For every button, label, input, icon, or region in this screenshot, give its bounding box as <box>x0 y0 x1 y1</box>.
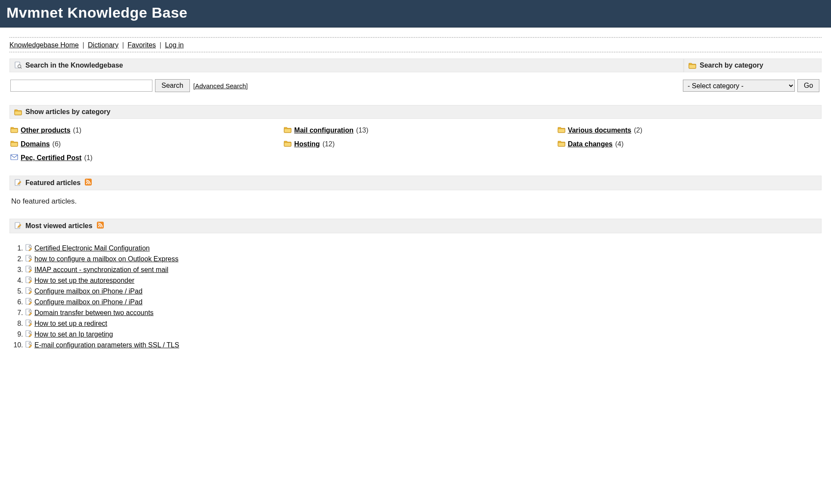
category-item: Mail configuration(13) <box>284 126 547 135</box>
category-item: Pec, Certified Post(1) <box>10 153 273 163</box>
featured-rss-link[interactable] <box>85 179 92 187</box>
featured-panel-title: Featured articles <box>25 179 81 187</box>
category-item: Data changes(4) <box>558 139 821 149</box>
article-icon <box>25 255 33 263</box>
article-link[interactable]: How to set an Ip targeting <box>34 331 113 338</box>
search-category-title: Search by category <box>700 62 763 69</box>
search-doc-icon <box>14 62 22 69</box>
breadcrumb-favorites-link[interactable]: Favorites <box>127 41 156 49</box>
list-item: How to set up a redirect <box>25 318 821 329</box>
mostviewed-rss-link[interactable] <box>97 222 104 230</box>
mostviewed-panel-title: Most viewed articles <box>25 222 93 230</box>
rss-icon <box>85 179 92 187</box>
search-category-header: Search by category <box>684 59 822 72</box>
category-count: (1) <box>73 127 82 134</box>
breadcrumb-home-link[interactable]: Knowledgebase Home <box>9 41 79 49</box>
category-count: (2) <box>634 127 642 134</box>
list-item: E-mail configuration parameters with SSL… <box>25 340 821 350</box>
folder-icon <box>10 139 18 149</box>
article-link[interactable]: how to configure a mailbox on Outlook Ex… <box>34 255 178 263</box>
category-count: (13) <box>356 127 368 134</box>
folder-icon <box>284 126 291 135</box>
advanced-search-link[interactable]: Advanced Search <box>195 82 246 90</box>
categories-panel-title: Show articles by category <box>25 108 110 116</box>
page-title: Mvmnet Knowledge Base <box>6 4 825 21</box>
breadcrumb-bar: Knowledgebase Home | Dictionary | Favori… <box>9 37 822 53</box>
mostviewed-panel-header: Most viewed articles <box>9 219 822 233</box>
list-item: how to configure a mailbox on Outlook Ex… <box>25 254 821 264</box>
article-icon <box>25 287 33 295</box>
folder-icon <box>14 108 22 116</box>
article-link[interactable]: Configure mailbox on iPhone / iPad <box>34 298 143 306</box>
article-link[interactable]: Domain transfer between two accounts <box>34 309 154 316</box>
search-button[interactable]: Search <box>155 79 190 92</box>
category-count: (6) <box>53 140 61 148</box>
article-link[interactable]: E-mail configuration parameters with SSL… <box>34 341 179 349</box>
pencil-doc-icon <box>14 222 22 230</box>
folder-icon <box>284 139 291 149</box>
article-link[interactable]: Configure mailbox on iPhone / iPad <box>34 288 143 295</box>
folder-icon <box>688 62 696 69</box>
article-icon <box>25 266 33 273</box>
list-item: How to set up the autoresponder <box>25 275 821 286</box>
search-panel-header: Search in the Knowledgebase <box>9 59 684 72</box>
breadcrumb: Knowledgebase Home | Dictionary | Favori… <box>9 38 822 52</box>
category-count: (4) <box>615 140 624 148</box>
category-item: Other products(1) <box>10 126 273 135</box>
go-button[interactable]: Go <box>797 79 819 92</box>
breadcrumb-dictionary-link[interactable]: Dictionary <box>88 41 118 49</box>
category-link[interactable]: Hosting <box>294 140 320 148</box>
featured-empty-text: No featured articles. <box>10 197 821 206</box>
article-link[interactable]: How to set up a redirect <box>34 320 107 327</box>
category-form: - Select category - Go <box>683 79 821 92</box>
list-item: Certified Electronic Mail Configuration <box>25 243 821 254</box>
article-link[interactable]: How to set up the autoresponder <box>34 277 134 284</box>
pencil-doc-icon <box>14 179 22 187</box>
article-icon <box>25 276 33 284</box>
category-link[interactable]: Data changes <box>568 140 613 148</box>
category-count: (12) <box>322 140 335 148</box>
category-count: (1) <box>84 154 93 162</box>
breadcrumb-login-link[interactable]: Log in <box>165 41 184 49</box>
category-link[interactable]: Mail configuration <box>294 127 353 134</box>
list-item: IMAP account - synchronization of sent m… <box>25 264 821 275</box>
category-grid: Other products(1)Mail configuration(13)V… <box>10 126 821 163</box>
list-item: Domain transfer between two accounts <box>25 307 821 318</box>
list-item: Configure mailbox on iPhone / iPad <box>25 297 821 307</box>
category-link[interactable]: Domains <box>21 140 50 148</box>
rss-icon <box>97 222 104 230</box>
category-select[interactable]: - Select category - <box>683 80 795 92</box>
featured-panel-header: Featured articles <box>9 176 822 190</box>
category-link[interactable]: Pec, Certified Post <box>21 154 81 162</box>
article-link[interactable]: IMAP account - synchronization of sent m… <box>34 266 168 273</box>
search-form: Search [Advanced Search] <box>10 79 683 92</box>
article-icon <box>25 244 33 252</box>
category-item: Various documents(2) <box>558 126 821 135</box>
categories-panel-header: Show articles by category <box>9 105 822 119</box>
folder-icon <box>558 139 565 149</box>
list-item: How to set an Ip targeting <box>25 329 821 340</box>
folder-icon <box>10 126 18 135</box>
mostviewed-list: Certified Electronic Mail Configurationh… <box>25 243 821 350</box>
category-link[interactable]: Various documents <box>568 127 632 134</box>
article-icon <box>25 298 33 306</box>
category-item: Hosting(12) <box>284 139 547 149</box>
list-item: Configure mailbox on iPhone / iPad <box>25 286 821 297</box>
page-header: Mvmnet Knowledge Base <box>0 0 831 28</box>
category-link[interactable]: Other products <box>21 127 71 134</box>
folder-icon <box>558 126 565 135</box>
article-link[interactable]: Certified Electronic Mail Configuration <box>34 244 150 252</box>
article-icon <box>25 341 33 349</box>
article-icon <box>25 309 33 316</box>
article-icon <box>25 319 33 327</box>
category-item: Domains(6) <box>10 139 273 149</box>
mail-icon <box>10 153 18 163</box>
article-icon <box>25 330 33 338</box>
search-input[interactable] <box>10 80 152 92</box>
search-panel-title: Search in the Knowledgebase <box>25 62 123 69</box>
